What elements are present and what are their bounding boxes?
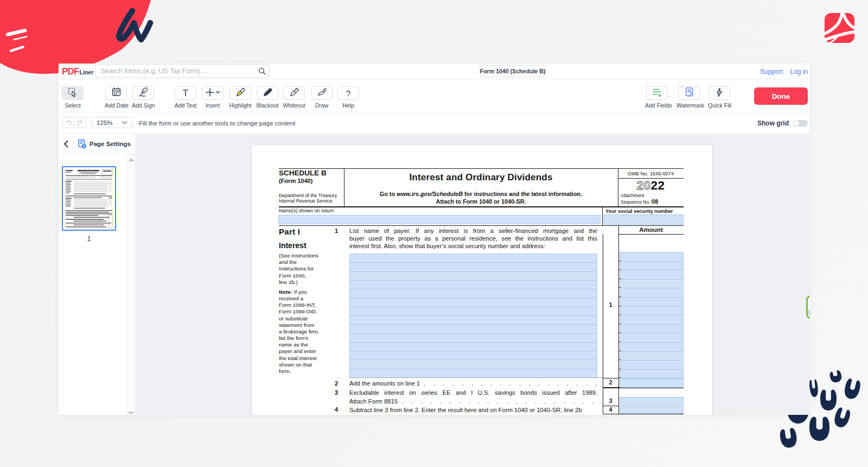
search-forms-box (95, 64, 270, 78)
pdfliner-logo[interactable]: PDF Liner (62, 66, 93, 78)
sidebar-collapse-button[interactable] (59, 134, 73, 154)
page-settings-icon (78, 139, 87, 149)
line3-number: 3 (331, 389, 342, 396)
chevron-down-icon (216, 91, 220, 93)
payer-block-dotted-rule (349, 377, 603, 378)
zoom-select[interactable]: 125% (92, 117, 132, 128)
line2-dot-leaders: . . . . . . . . . . . . . . . . . . . . … (422, 380, 597, 387)
quick-fill-button[interactable]: Quick Fill (708, 86, 731, 109)
watermark-button[interactable]: Watermark (676, 86, 701, 109)
header-bottom-rule (279, 206, 684, 208)
page-number-label: 1 (62, 235, 116, 243)
search-icon[interactable] (255, 67, 269, 75)
redo-icon (76, 119, 84, 126)
sidebar-header: Page Settings (59, 134, 135, 154)
feedback-widget-mark (809, 310, 809, 315)
help-label: Help (337, 102, 360, 109)
blackout-marker-icon (262, 87, 273, 100)
page-settings-label: Page Settings (90, 141, 131, 147)
page-settings-button[interactable]: Page Settings (73, 134, 135, 154)
document-title-pill[interactable]: Form 1040 (Schedule B) (480, 65, 546, 77)
chevron-left-icon (63, 140, 68, 148)
line4-amount-field[interactable] (620, 406, 684, 414)
watermark-icon (684, 87, 694, 99)
line2-number: 2 (331, 380, 342, 387)
watermark-label: Watermark (676, 102, 701, 109)
line1-number: 1 (331, 228, 342, 234)
feedback-widget-tab[interactable] (806, 295, 809, 319)
amount-box1-number: 1 (603, 301, 618, 308)
line4-text: Subtract line 3 from line 2. Enter the r… (349, 407, 597, 413)
question-mark-icon: ? (346, 89, 350, 97)
toggle-knob (794, 121, 799, 126)
acrobat-icon (822, 12, 856, 47)
box2-top-rule (603, 378, 618, 378)
sidebar-scrollbar[interactable] (126, 154, 135, 415)
logo-pdf-text: PDF (62, 66, 79, 78)
red-paint-blob (0, 0, 154, 74)
form-year-solid: 22 (651, 179, 665, 192)
calendar-icon (111, 87, 122, 99)
pages-sidebar: Page Settings (59, 134, 135, 415)
select-tool-button[interactable]: Select (61, 86, 84, 109)
chevron-down-icon (122, 121, 127, 124)
line2-amount-field[interactable] (620, 378, 684, 388)
app-header: PDF Liner Form 1040 (Schedule B) Support… (59, 64, 809, 79)
form-omb-number: OMB No. 1545-0074 (618, 171, 684, 176)
line3-dot-leaders: . . . . . . . . . . . . . . . . . . . . … (400, 398, 597, 405)
paintbrush-icon (316, 87, 327, 100)
amount-box3-number: 3 (603, 397, 618, 404)
whiteout-button[interactable]: Whiteout (283, 86, 305, 109)
insert-label: Insert (201, 102, 224, 109)
schedule-b-form: SCHEDULE B (Form 1040) Department of the… (252, 145, 712, 415)
help-button[interactable]: ? Help (337, 86, 360, 109)
login-link[interactable]: Log in (790, 68, 808, 75)
done-button[interactable]: Done (754, 87, 808, 105)
form-schedule-label: SCHEDULE B (279, 169, 327, 177)
ssn-input-field[interactable] (603, 214, 684, 225)
form-ssn-label: Your social security number (605, 209, 673, 214)
signature-pen-icon (138, 87, 149, 100)
undo-icon (65, 119, 72, 126)
highlight-label: Highlight (229, 102, 252, 109)
form-sequence-number: 08 (652, 198, 658, 205)
select-tool-label: Select (61, 102, 84, 109)
support-link[interactable]: Support (760, 68, 783, 75)
amount-box4-number: 4 (603, 406, 618, 413)
document-canvas: SCHEDULE B (Form 1040) Department of the… (135, 134, 809, 415)
zoom-value: 125% (97, 119, 112, 126)
pdf-page: SCHEDULE B (Form 1040) Department of the… (252, 145, 712, 415)
line1-amount-fields[interactable] (620, 252, 684, 378)
insert-button[interactable]: Insert (201, 86, 224, 109)
redo-button[interactable] (74, 117, 86, 128)
show-grid-toggle[interactable] (793, 120, 808, 127)
blackout-button[interactable]: Blackout (256, 86, 279, 109)
line3-text-second: Attach Form 8815 . . . . . . . . . . . .… (349, 398, 597, 405)
name-input-field[interactable] (278, 215, 601, 224)
part1-heading: Part I (279, 227, 300, 236)
add-fields-button[interactable]: Add Fields (645, 86, 669, 109)
page-thumbnail-preview (63, 167, 115, 230)
add-fields-icon (652, 87, 662, 100)
form-dept-line2: Internal Revenue Service (279, 198, 333, 204)
highlight-button[interactable]: Highlight (229, 86, 252, 109)
form-top-rule (279, 168, 684, 169)
form-goto-url: www.irs.gov/ScheduleB (397, 191, 463, 197)
whiteout-label: Whiteout (283, 102, 305, 109)
add-sign-button[interactable]: Add Sign (132, 86, 155, 109)
add-date-button[interactable]: Add Date (105, 86, 127, 109)
payer-list-fields[interactable] (349, 254, 597, 377)
select-icon (67, 87, 78, 100)
draw-button[interactable]: Draw (310, 86, 333, 109)
page-thumbnail[interactable] (62, 166, 116, 231)
undo-button[interactable] (62, 117, 74, 128)
scroll-up-icon[interactable] (129, 158, 134, 161)
part1-subheading: Interest (279, 241, 307, 250)
form-dept-line1: Department of the Treasury (279, 193, 337, 198)
line3-amount-field[interactable] (620, 397, 684, 406)
add-text-button[interactable]: T Add Text (174, 86, 197, 109)
add-date-label: Add Date (105, 102, 127, 109)
show-grid-control: Show grid (757, 112, 808, 134)
form-sequence-label: Sequence No. 08 (621, 198, 658, 205)
search-input[interactable] (95, 65, 255, 77)
